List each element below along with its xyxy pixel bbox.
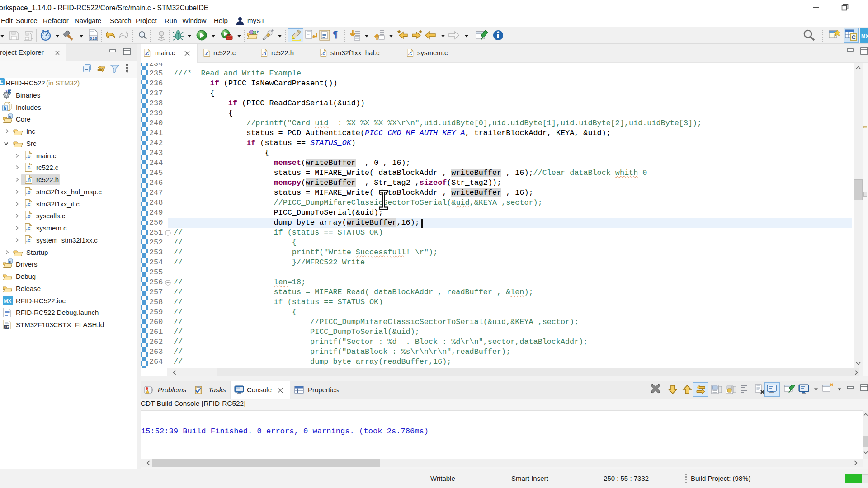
svg-text:.c: .c bbox=[26, 213, 31, 219]
svg-text:.h: .h bbox=[262, 51, 266, 56]
svg-text:MX: MX bbox=[861, 33, 868, 39]
svg-text:.c: .c bbox=[145, 51, 149, 56]
svg-text:.c: .c bbox=[408, 51, 412, 56]
svg-text:c: c bbox=[9, 114, 11, 119]
svg-text:h: h bbox=[4, 106, 6, 111]
svg-text:c: c bbox=[9, 259, 11, 264]
svg-text:.c: .c bbox=[26, 153, 31, 159]
svg-text:010: 010 bbox=[90, 36, 97, 41]
svg-text:.c: .c bbox=[26, 237, 31, 244]
svg-text:MX: MX bbox=[4, 298, 12, 304]
svg-text:¶: ¶ bbox=[333, 29, 338, 40]
svg-text:C: C bbox=[852, 34, 856, 41]
svg-text:E: E bbox=[0, 80, 3, 84]
svg-text:LD: LD bbox=[5, 325, 10, 329]
svg-text:.c: .c bbox=[26, 225, 31, 231]
svg-text:.c: .c bbox=[204, 51, 208, 56]
svg-text:.h: .h bbox=[26, 177, 31, 183]
svg-text:.c: .c bbox=[26, 189, 31, 195]
svg-text:.c: .c bbox=[26, 164, 31, 171]
svg-text:.c: .c bbox=[321, 51, 325, 56]
svg-text:.c: .c bbox=[26, 201, 31, 207]
